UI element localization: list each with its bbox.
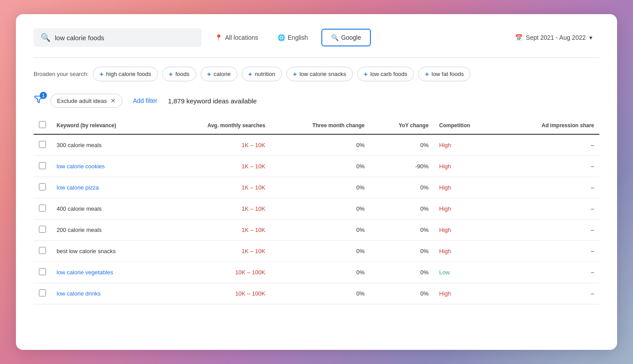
broaden-tag-label: low calorie snacks (299, 71, 346, 77)
plus-icon: + (99, 70, 103, 78)
broaden-tag-label: nutrition (255, 71, 275, 77)
table-row: 300 calorie meals 1K – 10K 0% 0% High – (34, 134, 599, 156)
header-divider (34, 57, 599, 58)
broaden-row: Broaden your search: + high calorie food… (34, 67, 599, 81)
google-icon: 🔍 (331, 34, 339, 41)
row-checkbox-cell (34, 177, 51, 198)
keyword-cell: 200 calorie meals (51, 220, 162, 241)
table-row: best low calorie snacks 1K – 10K 0% 0% H… (34, 241, 599, 262)
table-row: 200 calorie meals 1K – 10K 0% 0% High – (34, 220, 599, 241)
competition-cell: High (434, 241, 500, 262)
exclude-adult-tag[interactable]: Exclude adult ideas ✕ (50, 94, 122, 108)
avg-searches-cell: 1K – 10K (162, 220, 271, 241)
competition-cell: High (434, 156, 500, 177)
plus-icon: + (364, 70, 368, 78)
keyword-cell: 400 calorie meals (51, 198, 162, 220)
keywords-table: Keyword (by relevance) Avg. monthly sear… (34, 117, 599, 304)
yoy-cell: 0% (370, 262, 434, 283)
ad-share-cell: – (500, 198, 599, 220)
broaden-tag-label: foods (175, 71, 190, 77)
add-filter-button[interactable]: Add filter (130, 95, 161, 106)
broaden-tag-high-calorie-foods[interactable]: + high calorie foods (93, 67, 158, 81)
three-month-cell: 0% (271, 134, 370, 156)
location-icon: 📍 (215, 34, 222, 41)
three-month-cell: 0% (271, 156, 370, 177)
broaden-tag-calorie[interactable]: + calorie (201, 67, 237, 81)
main-card: 🔍 📍 All locations 🌐 English 🔍 Google 📅 S… (16, 14, 617, 350)
keyword-cell: 300 calorie meals (51, 134, 162, 156)
broaden-tag-low-fat-foods[interactable]: + low fat foods (418, 67, 470, 81)
date-range-label: Sept 2021 - Aug 2022 (526, 34, 586, 41)
language-button[interactable]: 🌐 English (271, 30, 314, 45)
yoy-cell: 0% (370, 177, 434, 198)
search-icon: 🔍 (41, 33, 50, 42)
broaden-tag-label: high calorie foods (106, 71, 151, 77)
broaden-tag-label: low fat foods (431, 71, 464, 77)
row-checkbox[interactable] (39, 141, 46, 148)
plus-icon: + (293, 70, 297, 78)
ad-share-cell: – (500, 156, 599, 177)
broaden-tag-low-carb-foods[interactable]: + low carb foods (357, 67, 414, 81)
search-input[interactable] (55, 34, 194, 42)
competition-cell: Low (434, 262, 500, 283)
row-checkbox-cell (34, 198, 51, 220)
exclude-close-icon[interactable]: ✕ (111, 97, 116, 104)
row-checkbox[interactable] (39, 226, 46, 233)
three-month-cell: 0% (271, 220, 370, 241)
three-month-cell: 0% (271, 198, 370, 220)
competition-cell: High (434, 134, 500, 156)
ad-share-cell: – (500, 241, 599, 262)
col-header-keyword: Keyword (by relevance) (51, 117, 162, 134)
yoy-cell: 0% (370, 198, 434, 220)
broaden-tag-label: low carb foods (370, 71, 408, 77)
broaden-label: Broaden your search: (34, 71, 88, 77)
row-checkbox-cell (34, 262, 51, 283)
broaden-tag-low-calorie-snacks[interactable]: + low calorie snacks (286, 67, 353, 81)
broaden-tag-nutrition[interactable]: + nutrition (242, 67, 282, 81)
keyword-cell[interactable]: low calorie pizza (51, 177, 162, 198)
col-header-ad-share: Ad impression share (500, 117, 599, 134)
chevron-down-icon: ▾ (589, 34, 592, 41)
keyword-cell[interactable]: low calorie vegetables (51, 262, 162, 283)
engine-label: Google (341, 34, 361, 41)
yoy-cell: -90% (370, 156, 434, 177)
table-row: low calorie drinks 10K – 100K 0% 0% High… (34, 283, 599, 304)
row-checkbox-cell (34, 156, 51, 177)
row-checkbox[interactable] (39, 268, 46, 275)
location-button[interactable]: 📍 All locations (209, 30, 264, 45)
row-checkbox[interactable] (39, 247, 46, 254)
yoy-cell: 0% (370, 220, 434, 241)
ad-share-cell: – (500, 262, 599, 283)
row-checkbox-cell (34, 220, 51, 241)
three-month-cell: 0% (271, 241, 370, 262)
keyword-cell[interactable]: low calorie cookies (51, 156, 162, 177)
broaden-tag-label: calorie (214, 71, 230, 77)
table-row: low calorie cookies 1K – 10K 0% -90% Hig… (34, 156, 599, 177)
row-checkbox[interactable] (39, 183, 46, 190)
yoy-cell: 0% (370, 134, 434, 156)
filter-badge: 1 (40, 92, 47, 99)
yoy-cell: 0% (370, 283, 434, 304)
avg-searches-cell: 1K – 10K (162, 198, 271, 220)
filter-icon[interactable]: 1 (34, 95, 43, 107)
row-checkbox[interactable] (39, 289, 46, 296)
row-checkbox-cell (34, 134, 51, 156)
ad-share-cell: – (500, 177, 599, 198)
translate-icon: 🌐 (278, 34, 285, 41)
col-header-yoy: YoY change (370, 117, 434, 134)
three-month-cell: 0% (271, 177, 370, 198)
competition-cell: High (434, 220, 500, 241)
row-checkbox[interactable] (39, 162, 46, 169)
date-range-button[interactable]: 📅 Sept 2021 - Aug 2022 ▾ (508, 30, 599, 46)
avg-searches-cell: 1K – 10K (162, 134, 271, 156)
header-checkbox-cell (34, 117, 51, 134)
table-row: low calorie vegetables 10K – 100K 0% 0% … (34, 262, 599, 283)
engine-button[interactable]: 🔍 Google (321, 29, 371, 46)
broaden-tag-foods[interactable]: + foods (162, 67, 196, 81)
keyword-cell[interactable]: low calorie drinks (51, 283, 162, 304)
select-all-checkbox[interactable] (39, 121, 46, 128)
col-header-competition: Competition (434, 117, 500, 134)
competition-cell: High (434, 283, 500, 304)
row-checkbox[interactable] (39, 205, 46, 212)
col-header-avg-searches: Avg. monthly searches (162, 117, 271, 134)
